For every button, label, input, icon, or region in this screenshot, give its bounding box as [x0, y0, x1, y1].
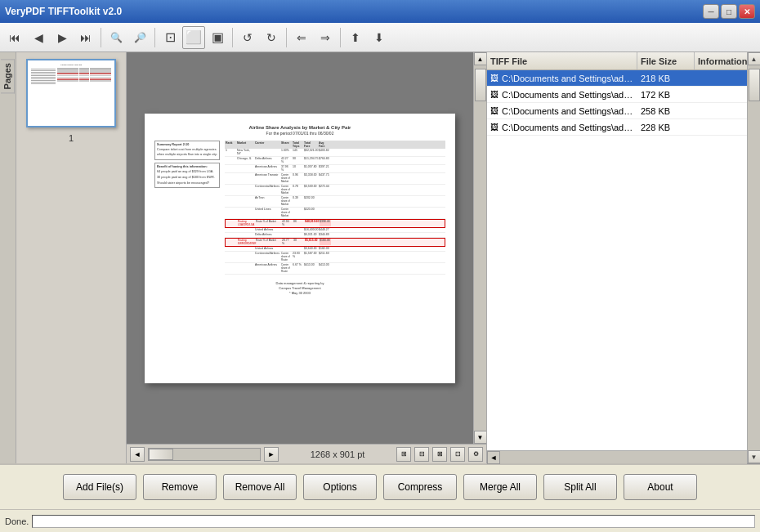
status-text: Done.	[5, 516, 29, 526]
prev-page-button[interactable]: ◀	[27, 26, 50, 49]
file-hscroll-track[interactable]	[500, 451, 747, 463]
scroll-thumb-v[interactable]	[475, 69, 486, 101]
doc-subtitle: For the period 07/01/01 thru 06/30/02	[154, 131, 445, 136]
close-button[interactable]: ✕	[739, 4, 755, 19]
merge-all-button[interactable]: Merge All	[463, 474, 537, 500]
table-row: United Lines Carrier share of Market $22…	[225, 208, 445, 219]
pages-sidebar: Pages	[0, 52, 16, 463]
file-hscroll[interactable]: ◄ ►	[487, 450, 760, 463]
import-button[interactable]: ⬇	[368, 26, 391, 49]
table-row-highlighted-1: Routing: LGA/ORD/LGA Route % of Market 4…	[225, 219, 445, 228]
doc-body: Summary Report 2:10 Compare ticket cost …	[154, 141, 445, 275]
next-file-button[interactable]: ⇒	[314, 26, 337, 49]
table-row: American Airlines Carrier share of Route…	[225, 263, 445, 275]
table-row: American Transair Carrier share of Marke…	[225, 173, 445, 185]
col-header-tiff: TIFF File	[487, 52, 637, 69]
document-canvas[interactable]: ▲ ▼ Airline Share Analysis by Market & C…	[127, 52, 473, 444]
col-market: Market	[237, 141, 253, 148]
document-page: Airline Share Analysis by Market & City …	[145, 114, 455, 383]
zoom-out-button[interactable]: 🔎	[128, 26, 151, 49]
pan-right-button[interactable]: ►	[264, 447, 279, 462]
file-panel: TIFF File File Size Information 🖼 C:\Doc…	[486, 52, 760, 463]
pan-left-button[interactable]: ◄	[130, 447, 145, 462]
document-size: 1268 x 901 pt	[282, 449, 393, 459]
file-table-header: TIFF File File Size Information	[487, 52, 760, 70]
export-button[interactable]: ⬆	[344, 26, 367, 49]
settings-button[interactable]: ⚙	[468, 447, 483, 462]
col-header-size: File Size	[637, 52, 695, 69]
doc-title: Airline Share Analysis by Market & City …	[154, 125, 445, 130]
zoom-fit-button[interactable]: ⊞	[396, 447, 411, 462]
fit-width-button[interactable]: ⬜	[182, 26, 205, 49]
about-button[interactable]: About	[624, 474, 697, 500]
zoom-100-button[interactable]: ⊟	[414, 447, 429, 462]
remove-all-button[interactable]: Remove All	[223, 474, 297, 500]
file-row-1[interactable]: 🖼 C:\Documents and Settings\admin... 218…	[487, 70, 760, 87]
file-icon-1: 🖼	[487, 72, 502, 85]
minimize-button[interactable]: ─	[703, 4, 719, 19]
zoom-in-button[interactable]: 🔍	[105, 26, 127, 49]
horizontal-scrollbar[interactable]	[148, 448, 261, 461]
table-row: Chicago, IL Delta Airlines 42.27 % 90 $1…	[225, 157, 445, 165]
file-size-4: 228 KB	[637, 123, 695, 132]
file-path-2: C:\Documents and Settings\admin...	[502, 90, 637, 100]
left-panel: Pages Airline Share Analysis	[0, 52, 486, 463]
toolbar-separator-2	[154, 28, 155, 47]
viewer-main: ▲ ▼ Airline Share Analysis by Market & C…	[127, 52, 486, 444]
table-row-highlighted-2: Routing: EWR/ORD/EWR Route % of Market 2…	[225, 238, 445, 247]
file-size-2: 172 KB	[637, 90, 695, 100]
file-path-4: C:\Documents and Settings\admin...	[502, 123, 637, 132]
table-row: 1 New York, NY 1.60% 145 $62,021.00 $403…	[225, 149, 445, 157]
next-page-button[interactable]: ▶	[51, 26, 74, 49]
scroll-track-v[interactable]	[474, 65, 486, 431]
file-icon-3: 🖼	[487, 105, 502, 118]
page-thumbnail-1[interactable]: Airline Share Analysis	[26, 59, 116, 127]
file-hscroll-left[interactable]: ◄	[487, 451, 500, 464]
table-row: American Airlines 37.96 % 10 $1,007.80 $…	[225, 165, 445, 173]
rotate-ccw-button[interactable]: ↺	[236, 26, 259, 49]
options-button[interactable]: Options	[303, 474, 377, 500]
col-avg: Avg Fare	[319, 141, 330, 148]
table-header: Rank Market Carrier Share Total Trips To…	[225, 141, 445, 149]
col-share: Share	[281, 141, 291, 148]
zoom-page-button[interactable]: ⊠	[432, 447, 447, 462]
zoom-width-button[interactable]: ⊡	[450, 447, 465, 462]
progress-bar	[32, 515, 755, 528]
page-number-1: 1	[69, 131, 74, 145]
status-bar: Done.	[0, 509, 760, 532]
fit-page-button[interactable]: ▣	[206, 26, 229, 49]
main-area: Pages Airline Share Analysis	[0, 52, 760, 463]
rotate-cw-button[interactable]: ↻	[260, 26, 283, 49]
last-page-button[interactable]: ⏭	[74, 26, 97, 49]
hscroll-thumb[interactable]	[149, 449, 173, 460]
col-fare: Total Fare	[304, 141, 317, 148]
file-icon-2: 🖼	[487, 88, 502, 101]
file-row-2[interactable]: 🖼 C:\Documents and Settings\admin... 172…	[487, 87, 760, 103]
col-carrier: Carrier	[255, 141, 279, 148]
compress-button[interactable]: Compress	[383, 474, 457, 500]
col-trips: Total Trips	[293, 141, 302, 148]
file-size-1: 218 KB	[637, 74, 695, 83]
prev-file-button[interactable]: ⇐	[290, 26, 313, 49]
doc-summary: Summary Report 2:10 Compare ticket cost …	[154, 141, 220, 275]
actual-size-button[interactable]: ⊡	[159, 26, 181, 49]
scroll-up-btn[interactable]: ▲	[474, 52, 487, 65]
document-viewer: ▲ ▼ Airline Share Analysis by Market & C…	[127, 52, 486, 463]
vertical-scrollbar-right[interactable]: ▲ ▼	[473, 52, 486, 444]
thumbnails-panel: Airline Share Analysis	[16, 52, 127, 463]
pages-tab[interactable]: Pages	[1, 59, 15, 93]
title-bar: VeryPDF TIFFToolkit v2.0 ─ □ ✕	[0, 0, 760, 23]
file-row-4[interactable]: 🖼 C:\Documents and Settings\admin... 228…	[487, 119, 760, 136]
doc-footer: Data management & reporting by Campus Tr…	[154, 281, 445, 296]
add-files-button[interactable]: Add File(s)	[63, 474, 136, 500]
remove-button[interactable]: Remove	[143, 474, 217, 500]
first-page-button[interactable]: ⏮	[3, 26, 26, 49]
scroll-down-btn[interactable]: ▼	[474, 431, 487, 444]
window-title: VeryPDF TIFFToolkit v2.0	[5, 6, 122, 17]
maximize-button[interactable]: □	[721, 4, 737, 19]
toolbar-separator-3	[232, 28, 233, 47]
document-content: Airline Share Analysis by Market & City …	[145, 114, 455, 307]
file-row-3[interactable]: 🖼 C:\Documents and Settings\admin... 258…	[487, 103, 760, 119]
split-all-button[interactable]: Split All	[543, 474, 617, 500]
toolbar-separator-5	[340, 28, 341, 47]
